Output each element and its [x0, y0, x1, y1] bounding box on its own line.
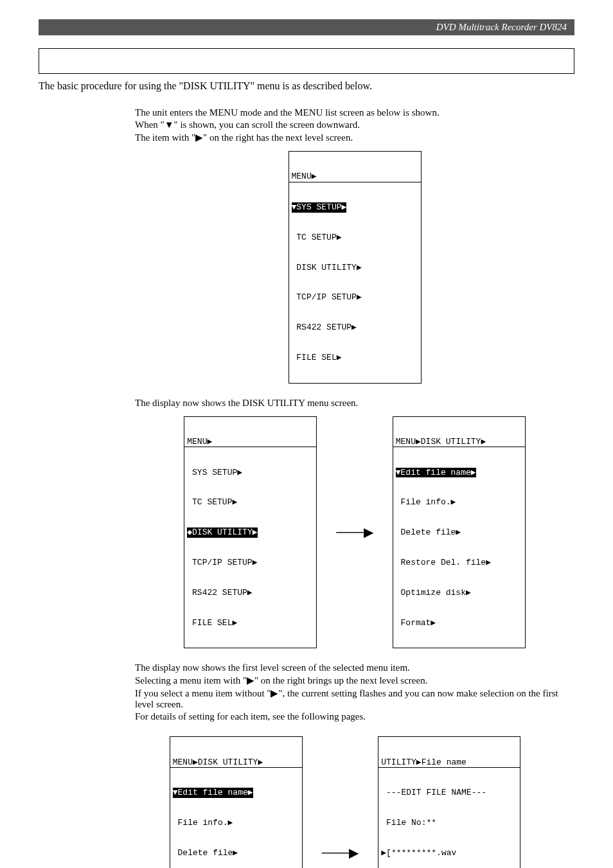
step1-block: The unit enters the MENU mode and the ME… — [135, 107, 574, 384]
lcd1-l3: RS422 SETUP▶ — [289, 323, 421, 333]
lcd2a-title: MENU▶ — [184, 437, 316, 448]
step1-line2: When "▼" is shown, you can scroll the sc… — [135, 120, 574, 130]
lcd3b-title: UTILITY▶File name — [378, 757, 520, 768]
lcd2b-l2: Restore Del. file▶ — [393, 558, 525, 568]
lcd3b-l1: File No:** — [378, 818, 520, 828]
lcd1-l2: TCP/IP SETUP▶ — [289, 292, 421, 303]
lcd1-l0: TC SETUP▶ — [289, 233, 421, 243]
lcd3a-l1: Delete file▶ — [170, 848, 302, 858]
lcd1-l4: FILE SEL▶ — [289, 353, 421, 363]
lcd2a-a2: FILE SEL▶ — [184, 618, 316, 628]
lcd2b-l0: File info.▶ — [393, 497, 525, 508]
lcd2a-a0: TCP/IP SETUP▶ — [184, 558, 316, 568]
lcd2b-l3: Optimize disk▶ — [393, 588, 525, 598]
lcd2b-highlight: ▼Edit file name▶ — [396, 468, 476, 478]
step2-block: The display now shows the DISK UTILITY m… — [135, 398, 574, 649]
step1-line1: The unit enters the MENU mode and the ME… — [135, 107, 574, 118]
step3-line3: If you select a menu item without "▶", t… — [135, 687, 574, 710]
lcd2a-b1: TC SETUP▶ — [184, 497, 316, 508]
lcd1-l1: DISK UTILITY▶ — [289, 263, 421, 273]
step1-line3: The item with "▶" on the right has the n… — [135, 132, 574, 143]
step2-line1: The display now shows the DISK UTILITY m… — [135, 398, 574, 409]
lcd2b-l1: Delete file▶ — [393, 527, 525, 538]
lcd-menu-disk-selected: MENU▶ SYS SETUP▶ TC SETUP▶ ◆DISK UTILITY… — [184, 416, 317, 649]
lcd-edit-filename-screen: UTILITY▶File name ---EDIT FILE NAME--- F… — [378, 736, 520, 868]
lcd3b-l0: ---EDIT FILE NAME--- — [378, 788, 520, 798]
step3-line1: The display now shows the first level sc… — [135, 662, 574, 673]
header-bar: DVD Multitrack Recorder DV824 — [39, 19, 574, 35]
lcd2b-title: MENU▶DISK UTILITY▶ — [393, 437, 525, 448]
lcd1-highlight: ▼SYS SETUP▶ — [292, 202, 347, 213]
lcd3b-l2: ▶[*********.wav — [378, 848, 520, 858]
intro-text: The basic procedure for using the "DISK … — [39, 80, 574, 92]
lcd3a-highlight: ▼Edit file name▶ — [173, 788, 253, 798]
empty-heading-box — [39, 48, 574, 74]
arrow-right-icon: ───▶ — [322, 845, 359, 860]
lcd2a-highlight: ◆DISK UTILITY▶ — [187, 527, 257, 538]
lcd-disk-utility-menu: MENU▶DISK UTILITY▶ ▼Edit file name▶ File… — [393, 416, 526, 649]
lcd2a-b0: SYS SETUP▶ — [184, 468, 316, 478]
lcd3a-title: MENU▶DISK UTILITY▶ — [170, 757, 302, 768]
lcd1-title: MENU▶ — [289, 172, 421, 182]
lcd-menu-initial: MENU▶ ▼SYS SETUP▶ TC SETUP▶ DISK UTILITY… — [289, 151, 422, 384]
step3-line2: Selecting a menu item with "▶" on the ri… — [135, 675, 574, 686]
lcd2a-a1: RS422 SETUP▶ — [184, 588, 316, 598]
step3-block: The display now shows the first level sc… — [135, 662, 574, 722]
step3-line4: For details of setting for each item, se… — [135, 711, 574, 722]
arrow-right-icon: ───▶ — [336, 524, 373, 540]
lcd2b-l4: Format▶ — [393, 618, 525, 628]
lcd3a-l0: File info.▶ — [170, 818, 302, 828]
lcd-edit-filename-selected: MENU▶DISK UTILITY▶ ▼Edit file name▶ File… — [170, 736, 303, 868]
